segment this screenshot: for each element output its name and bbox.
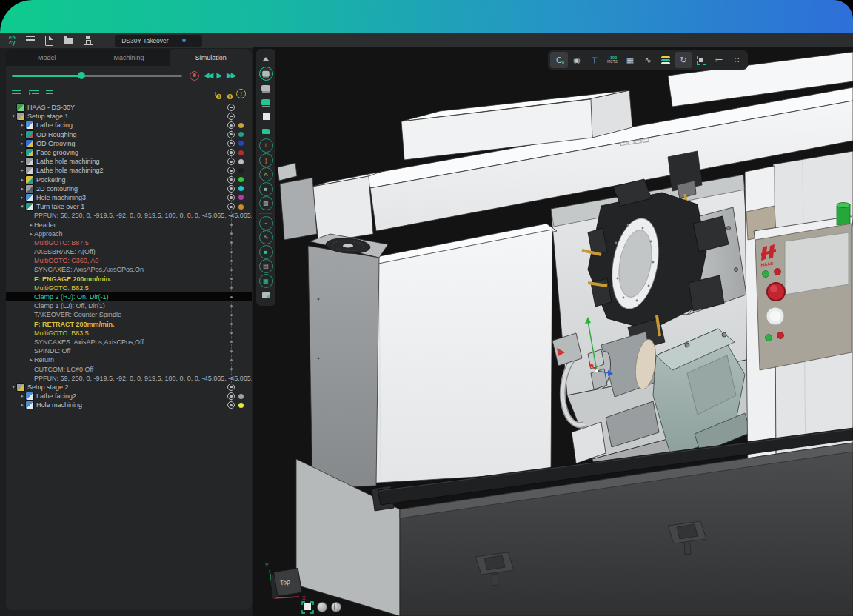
tree-row[interactable]: ▸2D contouring: [6, 184, 252, 193]
c-axis-clamp-icon[interactable]: C: [550, 52, 568, 68]
trace-toggle-icon[interactable]: [227, 194, 235, 201]
operation-color-dot[interactable]: [238, 150, 244, 155]
layers-stack-icon[interactable]: [657, 52, 675, 68]
display-settings-icon[interactable]: ≔: [710, 52, 728, 68]
expand-all-icon[interactable]: [12, 90, 21, 97]
tree-row[interactable]: MultiGOTO: C360, A0: [6, 256, 252, 265]
tree-row[interactable]: CUTCOM: LC#0 Off: [6, 364, 252, 373]
workpiece-display-icon[interactable]: ■: [258, 182, 274, 197]
operation-color-dot[interactable]: [238, 123, 244, 128]
move-up-errors-icon[interactable]: ↑0: [214, 90, 218, 98]
tree-row[interactable]: PPFUN: 59, 250, 0, -919.5, -92, 0, 0, 91…: [6, 374, 252, 383]
simulation-progress-slider[interactable]: [12, 75, 182, 77]
operation-color-dot[interactable]: [238, 132, 244, 137]
tree-row[interactable]: ▸Hole machining: [6, 401, 252, 409]
tree-row[interactable]: MultiGOTO: B87.5: [6, 238, 252, 247]
warnings-icon[interactable]: !: [236, 89, 246, 98]
operation-color-dot[interactable]: [238, 141, 244, 146]
chevron-closed-icon[interactable]: ▸: [19, 186, 25, 192]
trace-toggle-icon[interactable]: [227, 121, 235, 129]
tab-simulation[interactable]: Simulation: [170, 49, 252, 66]
machine-plain-icon[interactable]: [258, 81, 274, 96]
tree-row[interactable]: SYNCAXES: AxisAPos,AxisCPos,Off: [6, 338, 252, 346]
chevron-closed-icon[interactable]: ▸: [19, 177, 25, 183]
point-display-icon[interactable]: •: [258, 216, 274, 231]
tree-row[interactable]: ▸Lathe hole machining: [6, 157, 252, 166]
tree-row[interactable]: ▸Hole machining3: [6, 193, 252, 202]
chevron-closed-icon[interactable]: ▸: [19, 167, 25, 173]
sheets-display-icon[interactable]: ▤: [258, 259, 274, 274]
chevron-closed-icon[interactable]: ▸: [19, 158, 25, 164]
tree-row[interactable]: Clamp 1 (LJ): Off, Dir(1): [6, 301, 252, 310]
chevron-closed-icon[interactable]: ▸: [28, 357, 34, 363]
tree-row[interactable]: ▸OD Roughing: [6, 130, 252, 139]
move-down-errors-icon[interactable]: ↓0: [225, 90, 229, 98]
mesh-display-icon[interactable]: ▩: [258, 196, 274, 211]
tree-row[interactable]: ▸Lathe hole machining2: [6, 166, 252, 175]
save-file-icon[interactable]: [84, 36, 93, 45]
operation-color-dot[interactable]: [238, 186, 244, 191]
operation-color-dot[interactable]: [238, 195, 244, 200]
new-file-icon[interactable]: [45, 36, 53, 46]
part-visibility-icon[interactable]: [258, 124, 274, 139]
trajectory-points-icon[interactable]: ↻: [675, 52, 692, 68]
screen-capture-icon[interactable]: [258, 288, 274, 303]
operation-color-dot[interactable]: [238, 177, 244, 182]
chevron-closed-icon[interactable]: ▸: [28, 222, 34, 228]
trace-toggle-icon[interactable]: [227, 140, 235, 147]
trace-toggle-icon[interactable]: [227, 104, 235, 111]
stock-visibility-icon[interactable]: [258, 110, 274, 124]
tree-row[interactable]: TAKEOVER: Counter Spindle: [6, 310, 252, 319]
chevron-closed-icon[interactable]: ▸: [19, 132, 25, 138]
tree-row[interactable]: AXESBRAKE: A(Off): [6, 247, 252, 256]
viewport-3d[interactable]: HAAS: [253, 47, 853, 616]
calculator-icon[interactable]: ▦: [621, 52, 639, 68]
machine-simulation-icon[interactable]: [258, 67, 274, 81]
caliper-measure-icon[interactable]: ⊢: [586, 52, 603, 68]
tree-row[interactable]: MultiGOTO: B83.5: [6, 329, 252, 338]
toolpath-wave-icon[interactable]: ∿: [639, 52, 657, 68]
operation-color-dot[interactable]: [238, 403, 244, 408]
tree-row[interactable]: ▾Setup stage 2: [6, 383, 252, 392]
trace-toggle-icon[interactable]: [227, 384, 235, 391]
operation-color-dot[interactable]: [238, 168, 244, 173]
tree-row[interactable]: Clamp 2 (RJ): On, Dir(-1): [6, 292, 252, 301]
rewind-button[interactable]: ◀◀: [204, 72, 212, 79]
tree-row[interactable]: ▸Pocketing: [6, 175, 252, 184]
collapse-panel-icon[interactable]: [258, 52, 274, 67]
tree-row[interactable]: ▸Lathe facing: [6, 121, 252, 130]
tree-row[interactable]: HAAS - DS-30Y: [6, 103, 252, 112]
drill-display-icon[interactable]: ¦: [258, 153, 274, 168]
tool-display-icon[interactable]: ⊥: [258, 138, 274, 153]
tree-row[interactable]: ▸Return: [6, 355, 252, 364]
solid-display-icon[interactable]: ■: [258, 245, 274, 260]
play-button[interactable]: ▶: [216, 72, 222, 79]
tree-row[interactable]: F: ENGAGE 200mm/min.: [6, 275, 252, 284]
tree-row[interactable]: PPFUN: 58, 250, 0, -919.5, -92, 0, 0, 91…: [6, 211, 252, 220]
fit-selection-icon[interactable]: [692, 52, 710, 68]
collapse-all-icon[interactable]: [46, 90, 53, 97]
tab-model[interactable]: Model: [6, 49, 88, 66]
tree-row[interactable]: ▸Header: [6, 220, 252, 229]
tree-row[interactable]: SYNCAXES: AxisAPos,AxisCPos,On: [6, 265, 252, 274]
trace-toggle-icon[interactable]: [227, 176, 235, 184]
trace-toggle-icon[interactable]: [227, 131, 235, 138]
document-tab[interactable]: DS30Y-Takeover: [115, 35, 202, 47]
fast-forward-button[interactable]: ▶▶: [227, 72, 235, 79]
tree-row[interactable]: MultiGOTO: B82.5: [6, 284, 252, 292]
chevron-closed-icon[interactable]: ▸: [19, 122, 25, 128]
go-to-current-icon[interactable]: [29, 90, 39, 97]
wireframe-sphere-icon[interactable]: [332, 603, 341, 612]
tree-row[interactable]: ▸Face grooving: [6, 148, 252, 157]
chevron-open-icon[interactable]: ▾: [10, 384, 16, 390]
trace-toggle-icon[interactable]: [227, 203, 235, 210]
chevron-closed-icon[interactable]: ▸: [19, 141, 25, 147]
chevron-open-icon[interactable]: ▾: [19, 204, 25, 210]
shaded-sphere-icon[interactable]: [318, 603, 327, 612]
main-menu-icon[interactable]: [26, 36, 35, 44]
trace-toggle-icon[interactable]: [227, 158, 235, 165]
open-file-icon[interactable]: [64, 38, 73, 44]
tree-row[interactable]: ▸Lathe facing2: [6, 392, 252, 401]
table-display-icon[interactable]: ▦: [258, 274, 274, 289]
chevron-closed-icon[interactable]: ▸: [19, 393, 25, 399]
